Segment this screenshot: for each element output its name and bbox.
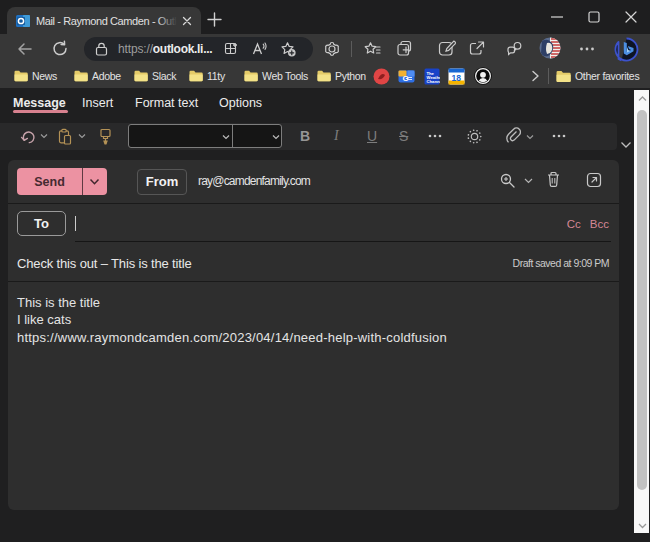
- svg-text:Channel: Channel: [427, 79, 441, 84]
- svg-text:18: 18: [452, 73, 462, 83]
